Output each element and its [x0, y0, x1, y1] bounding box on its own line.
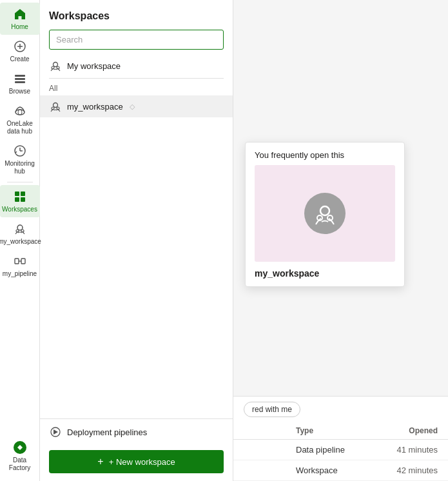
sidebar-item-my-workspace-label: my_workspace — [0, 238, 41, 246]
sidebar-item-data-factory-label: Data Factory — [3, 456, 37, 472]
deployment-pipelines-item[interactable]: Deployment pipelines — [40, 419, 233, 445]
filter-chip-label: red with me — [252, 405, 292, 414]
sidebar-item-data-factory[interactable]: Data Factory — [0, 436, 40, 476]
workspace-list-name: my_workspace — [67, 102, 123, 112]
workspace-avatar-large — [304, 193, 346, 234]
svg-rect-19 — [15, 259, 19, 264]
my-workspace-item[interactable]: My workspace — [40, 55, 233, 77]
pipeline-icon — [12, 253, 28, 269]
panel-bottom: Deployment pipelines + + New workspace — [40, 418, 233, 481]
svg-rect-12 — [15, 191, 19, 196]
workspaces-icon — [12, 189, 28, 204]
col-opened-header: Opened — [373, 426, 438, 435]
sidebar: Home Create Browse — [0, 0, 40, 481]
row-2-opened: 42 minutes — [373, 466, 438, 475]
col-name-header — [244, 426, 296, 435]
diamond-badge: ◇ — [130, 103, 135, 111]
table-row[interactable]: Data pipeline 41 minutes — [233, 440, 448, 460]
workspace-list-item[interactable]: my_workspace ◇ — [40, 95, 233, 117]
svg-rect-4 — [15, 78, 25, 80]
sidebar-item-workspaces-label: Workspaces — [2, 206, 37, 213]
svg-rect-15 — [21, 197, 25, 202]
deployment-icon — [49, 426, 62, 438]
all-section-label: All — [40, 80, 233, 95]
workspace-divider — [49, 78, 224, 79]
sidebar-item-home-label: Home — [11, 23, 28, 31]
svg-rect-20 — [21, 259, 25, 264]
svg-rect-3 — [15, 75, 25, 77]
svg-rect-13 — [21, 191, 25, 196]
sidebar-item-create[interactable]: Create — [0, 35, 40, 67]
svg-rect-14 — [15, 197, 19, 202]
tooltip-card: You frequently open this my_workspace — [245, 142, 405, 287]
new-workspace-label: + New workspace — [109, 457, 175, 467]
svg-point-7 — [18, 110, 22, 115]
svg-rect-5 — [15, 81, 25, 83]
svg-point-23 — [54, 63, 58, 67]
tooltip-card-title: my_workspace — [246, 262, 404, 286]
filter-bar: red with me — [233, 397, 448, 422]
row-2-type: Workspace — [296, 466, 373, 475]
new-workspace-button[interactable]: + + New workspace — [49, 450, 224, 473]
sidebar-item-my-workspace[interactable]: my_workspace — [0, 217, 40, 250]
svg-point-30 — [320, 206, 329, 215]
search-container — [40, 27, 233, 55]
filter-chip-shared[interactable]: red with me — [244, 402, 300, 417]
sidebar-item-onelake[interactable]: OneLake data hub — [0, 99, 40, 139]
deployment-pipelines-label: Deployment pipelines — [67, 427, 147, 437]
main-content: You frequently open this my_workspace re… — [233, 0, 448, 481]
sidebar-item-browse[interactable]: Browse — [0, 67, 40, 99]
panel-title: Workspaces — [40, 0, 233, 27]
col-type-header: Type — [296, 426, 373, 435]
my-workspace-label: My workspace — [67, 61, 121, 71]
my-workspace-icon — [49, 59, 62, 72]
sidebar-item-browse-label: Browse — [9, 88, 30, 95]
sidebar-item-workspaces[interactable]: Workspaces — [0, 185, 40, 217]
sidebar-item-onelake-label: OneLake data hub — [3, 120, 37, 135]
create-icon — [12, 39, 28, 54]
sidebar-item-monitoring[interactable]: Monitoring hub — [0, 139, 40, 179]
data-factory-icon — [12, 440, 28, 455]
home-icon — [12, 6, 28, 22]
tooltip-card-header: You frequently open this — [246, 142, 404, 165]
workspaces-panel: Workspaces My workspace All — [40, 0, 233, 481]
svg-point-26 — [54, 103, 58, 108]
table-header: Type Opened — [233, 422, 448, 440]
browse-icon — [12, 71, 28, 86]
sidebar-item-my-pipeline-label: my_pipeline — [3, 270, 37, 278]
my-workspace-sidebar-icon — [12, 221, 28, 237]
table-row[interactable]: Workspace 42 minutes — [233, 460, 448, 481]
svg-line-11 — [15, 152, 17, 153]
workspace-list-icon — [49, 100, 62, 113]
sidebar-item-my-pipeline[interactable]: my_pipeline — [0, 250, 40, 282]
table-section: red with me Type Opened Data pipeline 41… — [233, 396, 448, 481]
tooltip-card-image — [255, 165, 395, 262]
row-1-opened: 41 minutes — [373, 445, 438, 455]
new-workspace-plus-icon: + — [97, 456, 103, 467]
sidebar-divider — [7, 182, 33, 182]
row-1-type: Data pipeline — [296, 445, 373, 455]
sidebar-item-create-label: Create — [10, 55, 29, 63]
onelake-icon — [12, 103, 28, 119]
search-input[interactable] — [49, 30, 224, 50]
sidebar-item-monitoring-label: Monitoring hub — [3, 160, 37, 175]
sidebar-item-home[interactable]: Home — [0, 3, 40, 35]
monitoring-icon — [12, 143, 28, 159]
svg-point-6 — [15, 110, 24, 115]
